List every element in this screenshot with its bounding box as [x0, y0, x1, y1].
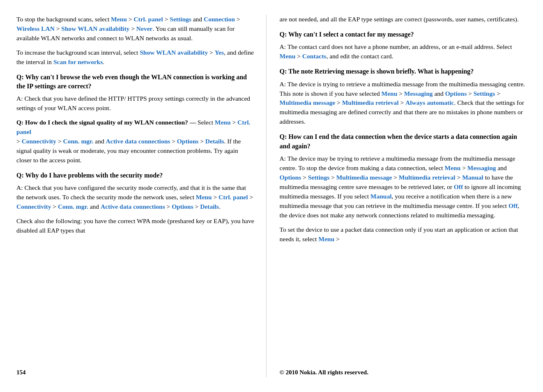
a5-link6[interactable]: Multimedia retrieval — [342, 99, 399, 106]
para1-link4[interactable]: Connection — [204, 16, 235, 23]
para-bottom-before: To set the device to use a packet data c… — [280, 226, 518, 242]
a3-sep5: > — [193, 203, 200, 210]
q2-link5[interactable]: Active data connections — [106, 138, 170, 145]
a6-link8[interactable]: Off — [454, 183, 463, 190]
para1-sep2: > — [163, 16, 170, 23]
a5-sep1: > — [397, 90, 404, 97]
a6-link4[interactable]: Settings — [308, 174, 330, 181]
a6-link6[interactable]: Multimedia retrieval — [399, 174, 456, 181]
answer-3: A: Check that you have configured the se… — [16, 183, 255, 212]
a5-sep2: > — [467, 90, 474, 97]
a3-link2[interactable]: Ctrl. panel — [219, 194, 248, 201]
page-wrapper: To stop the background scans, select Men… — [0, 0, 543, 392]
copyright: © 2010 Nokia. All rights reserved. — [280, 368, 368, 377]
para1-sep3: > — [235, 16, 240, 23]
a6-link7[interactable]: Manual — [462, 174, 483, 181]
a5-link5[interactable]: Multimedia message — [280, 99, 336, 106]
a3-sep1: > — [212, 194, 219, 201]
q2-sep4: > — [56, 138, 63, 145]
para1-before1: To stop the background scans, select — [16, 16, 111, 23]
a5-link3[interactable]: Options — [445, 90, 467, 97]
a3-and: and — [88, 203, 101, 210]
a4-link2[interactable]: Contacts — [302, 53, 327, 60]
a5-sep4: > — [335, 99, 342, 106]
a3-link6[interactable]: Options — [172, 203, 193, 210]
para-2: To increase the background scan interval… — [16, 48, 255, 67]
a6-link1[interactable]: Menu — [445, 164, 461, 171]
left-body: To stop the background scans, select Men… — [16, 15, 255, 364]
para-3: Check also the following: you have the c… — [16, 217, 255, 235]
para2-link1[interactable]: Show WLAN availability — [140, 49, 208, 56]
left-column: To stop the background scans, select Men… — [16, 15, 267, 377]
a3-link3[interactable]: Connectivity — [16, 203, 51, 210]
right-body: are not needed, and all the EAP type set… — [280, 15, 527, 364]
para1-sep4: > — [55, 25, 62, 32]
para2-link3[interactable]: Scan for networks — [53, 58, 103, 65]
q2-sep3: > — [16, 138, 22, 145]
a6-link5[interactable]: Multimedia message — [336, 174, 392, 181]
q2-link3[interactable]: Connectivity — [22, 138, 56, 145]
a5-link4[interactable]: Settings — [474, 90, 495, 97]
para-bottom-link1[interactable]: Menu — [318, 235, 334, 242]
page-number: 154 — [16, 368, 26, 377]
question-3: Q: Why do I have problems with the secur… — [16, 171, 255, 180]
a6-link9[interactable]: Manual — [370, 193, 392, 200]
a3-sep2: > — [248, 194, 253, 201]
a3-link7[interactable]: Details — [200, 203, 219, 210]
para2-sep1: > — [208, 49, 215, 56]
right-footer: © 2010 Nokia. All rights reserved. — [280, 364, 527, 377]
a3-link4[interactable]: Conn. mgr. — [58, 203, 88, 210]
a3-link1[interactable]: Menu — [196, 194, 212, 201]
a4-sep1: > — [295, 53, 302, 60]
q2-link6[interactable]: Options — [177, 138, 199, 145]
a6-sep4: > — [392, 174, 399, 181]
a6-sep2: > — [301, 174, 308, 181]
right-column-content: are not needed, and all the EAP type set… — [280, 15, 527, 377]
q2-sep6: > — [198, 138, 205, 145]
q2-sep5: > — [170, 138, 177, 145]
para2-before1: To increase the background scan interval… — [16, 49, 140, 56]
a4-after: , and edit the contact card. — [326, 53, 393, 60]
para1-link1[interactable]: Menu — [111, 16, 127, 23]
para1-sep5: > — [129, 25, 136, 32]
para1-link5[interactable]: Wireless LAN — [16, 25, 55, 32]
left-footer: 154 — [16, 364, 255, 377]
question-2: Q: How do I check the signal quality of … — [16, 118, 255, 165]
a3-link5[interactable]: Active data connections — [101, 203, 165, 210]
q2-link1[interactable]: Menu — [215, 119, 231, 126]
question-1: Q: Why can't I browse the web even thoug… — [16, 73, 255, 91]
a6-sep1: > — [460, 164, 467, 171]
a6-link3[interactable]: Options — [280, 174, 301, 181]
q2-and: and — [93, 138, 106, 145]
question-5: Q: The note Retrieving message is shown … — [280, 67, 527, 76]
a5-link7[interactable]: Always automatic — [405, 99, 454, 106]
para-top: are not needed, and all the EAP type set… — [280, 15, 527, 24]
a5-link1[interactable]: Menu — [382, 90, 398, 97]
para1-link6[interactable]: Show WLAN availability — [61, 25, 129, 32]
para-bottom-sep1: > — [334, 235, 340, 242]
q2-after: Select — [198, 119, 215, 126]
para1-link7[interactable]: Never — [136, 25, 153, 32]
a6-sep5: > — [456, 174, 462, 181]
q2-sep: — — [188, 119, 198, 126]
para-1: To stop the background scans, select Men… — [16, 15, 255, 43]
para2-after1: . — [103, 58, 104, 65]
para2-link2[interactable]: Yes — [215, 49, 224, 56]
a4-link1[interactable]: Menu — [280, 53, 296, 60]
q2-start: Q: How do I check the signal quality of … — [16, 119, 188, 126]
a6-link10[interactable]: Off — [508, 202, 518, 209]
a6-and1: and — [496, 164, 507, 171]
a5-and1: and — [433, 90, 445, 97]
a5-link2[interactable]: Messaging — [404, 90, 433, 97]
q2-link4[interactable]: Conn. mgr. — [63, 138, 94, 145]
answer-1: A: Check that you have defined the HTTP/… — [16, 94, 255, 113]
q2-link7[interactable]: Details — [205, 138, 224, 145]
para1-sep1: > — [127, 16, 134, 23]
a6-link2[interactable]: Messaging — [467, 164, 496, 171]
para1-link2[interactable]: Ctrl. panel — [133, 16, 163, 23]
para1-link3[interactable]: Settings — [170, 16, 191, 23]
para-bottom: To set the device to use a packet data c… — [280, 225, 527, 244]
q2-sep2: > — [231, 119, 238, 126]
right-column: are not needed, and all the EAP type set… — [267, 15, 527, 377]
a3-after: . — [219, 203, 221, 210]
